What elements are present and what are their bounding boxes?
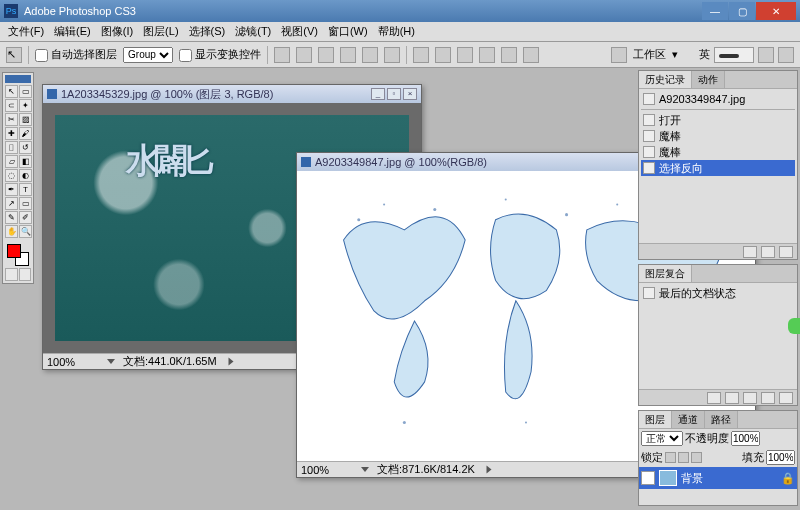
workspace-icon[interactable] (611, 47, 627, 63)
history-item[interactable]: 魔棒 (641, 128, 795, 144)
side-tab[interactable] (788, 318, 800, 334)
align-icon[interactable] (274, 47, 290, 63)
history-source[interactable]: A9203349847.jpg (641, 91, 795, 107)
distribute-icon[interactable] (435, 47, 451, 63)
history-item[interactable]: 魔棒 (641, 144, 795, 160)
zoom-tool[interactable]: 🔍 (19, 225, 32, 238)
menu-select[interactable]: 选择(S) (185, 22, 230, 41)
menu-help[interactable]: 帮助(H) (374, 22, 419, 41)
visibility-icon[interactable] (641, 471, 655, 485)
group-select[interactable]: Group (123, 47, 173, 63)
new-icon[interactable] (761, 392, 775, 404)
doc1-zoom[interactable]: 100% (47, 356, 97, 368)
foreground-color[interactable] (7, 244, 21, 258)
chevron-down-icon[interactable] (361, 467, 369, 472)
align-icon[interactable] (362, 47, 378, 63)
marquee-tool[interactable]: ▭ (19, 85, 32, 98)
maximize-button[interactable]: ▢ (729, 2, 755, 20)
show-transform-checkbox[interactable]: 显示变换控件 (179, 47, 261, 62)
crop-tool[interactable]: ✂ (5, 113, 18, 126)
align-icon[interactable] (384, 47, 400, 63)
heal-tool[interactable]: ✚ (5, 127, 18, 140)
stamp-tool[interactable]: ⌷ (5, 141, 18, 154)
menu-layer[interactable]: 图层(L) (139, 22, 182, 41)
distribute-icon[interactable] (413, 47, 429, 63)
opacity-input[interactable] (731, 431, 760, 446)
menu-filter[interactable]: 滤镜(T) (231, 22, 275, 41)
prev-icon[interactable] (707, 392, 721, 404)
eyedropper-tool[interactable]: ✐ (19, 211, 32, 224)
notes-tool[interactable]: ✎ (5, 211, 18, 224)
trash-icon[interactable] (779, 246, 793, 258)
tab-layercomps[interactable]: 图层复合 (639, 265, 692, 282)
wand-tool[interactable]: ✦ (19, 99, 32, 112)
new-doc-icon[interactable] (761, 246, 775, 258)
blend-mode-select[interactable]: 正常 (641, 431, 683, 446)
align-icon[interactable] (296, 47, 312, 63)
layercomps-item[interactable]: 最后的文档状态 (641, 285, 795, 301)
distribute-icon[interactable] (501, 47, 517, 63)
menu-view[interactable]: 视图(V) (277, 22, 322, 41)
doc-minimize[interactable]: _ (371, 88, 385, 100)
history-item-selected[interactable]: 选择反向 (641, 160, 795, 176)
pen-tool[interactable]: ✒ (5, 183, 18, 196)
doc-maximize[interactable]: ▫ (387, 88, 401, 100)
type-tool[interactable]: T (19, 183, 32, 196)
blur-tool[interactable]: ◌ (5, 169, 18, 182)
menu-image[interactable]: 图像(I) (97, 22, 137, 41)
hand-tool[interactable]: ✋ (5, 225, 18, 238)
minimize-button[interactable]: — (702, 2, 728, 20)
move-tool[interactable]: ↖ (5, 85, 18, 98)
history-brush-tool[interactable]: ↺ (19, 141, 32, 154)
menu-file[interactable]: 文件(F) (4, 22, 48, 41)
shape-tool[interactable]: ▭ (19, 197, 32, 210)
chevron-down-icon[interactable] (107, 359, 115, 364)
doc2-zoom[interactable]: 100% (301, 464, 351, 476)
new-snapshot-icon[interactable] (743, 246, 757, 258)
layer-thumb[interactable] (659, 470, 677, 486)
tab-actions[interactable]: 动作 (692, 71, 725, 88)
chevron-right-icon[interactable] (486, 466, 491, 474)
next-icon[interactable] (725, 392, 739, 404)
standard-mode[interactable] (5, 268, 18, 281)
update-icon[interactable] (743, 392, 757, 404)
eraser-tool[interactable]: ▱ (5, 155, 18, 168)
option-icon[interactable] (758, 47, 774, 63)
lock-position-icon[interactable] (678, 452, 689, 463)
history-item[interactable]: 打开 (641, 112, 795, 128)
align-icon[interactable] (340, 47, 356, 63)
toolbox-header[interactable] (5, 75, 31, 83)
tab-layers[interactable]: 图层 (639, 411, 672, 428)
ime-label[interactable]: 英 (699, 47, 710, 62)
fill-input[interactable] (766, 450, 795, 465)
align-icon[interactable] (318, 47, 334, 63)
trash-icon[interactable] (779, 392, 793, 404)
lasso-tool[interactable]: ⊂ (5, 99, 18, 112)
move-tool-icon[interactable]: ↖ (6, 47, 22, 63)
menu-edit[interactable]: 编辑(E) (50, 22, 95, 41)
tab-paths[interactable]: 路径 (705, 411, 738, 428)
slice-tool[interactable]: ▨ (19, 113, 32, 126)
distribute-icon[interactable] (457, 47, 473, 63)
option-icon[interactable] (778, 47, 794, 63)
doc1-titlebar[interactable]: 1A203345329.jpg @ 100% (图层 3, RGB/8) _ ▫… (43, 85, 421, 103)
gradient-tool[interactable]: ◧ (19, 155, 32, 168)
close-button[interactable]: ✕ (756, 2, 796, 20)
brush-tool[interactable]: 🖌 (19, 127, 32, 140)
menu-window[interactable]: 窗口(W) (324, 22, 372, 41)
tab-channels[interactable]: 通道 (672, 411, 705, 428)
layer-row[interactable]: 背景 🔒 (639, 467, 797, 489)
dodge-tool[interactable]: ◐ (19, 169, 32, 182)
chevron-right-icon[interactable] (228, 358, 233, 366)
doc-close[interactable]: × (403, 88, 417, 100)
distribute-icon[interactable] (479, 47, 495, 63)
workspace-label[interactable]: 工作区 (633, 47, 666, 62)
chevron-down-icon[interactable]: ▾ (672, 48, 678, 61)
tab-history[interactable]: 历史记录 (639, 71, 692, 88)
lock-all-icon[interactable] (691, 452, 702, 463)
distribute-icon[interactable] (523, 47, 539, 63)
quickmask-mode[interactable] (19, 268, 32, 281)
lock-pixels-icon[interactable] (665, 452, 676, 463)
path-tool[interactable]: ↗ (5, 197, 18, 210)
auto-select-checkbox[interactable]: 自动选择图层 (35, 47, 117, 62)
